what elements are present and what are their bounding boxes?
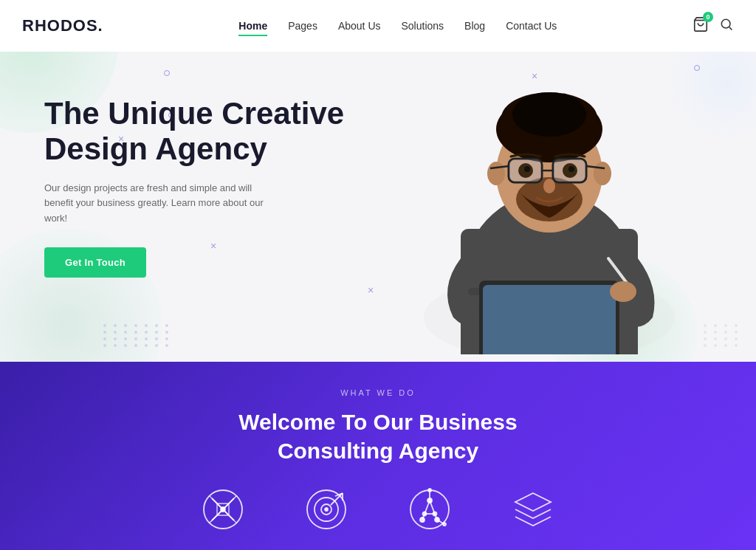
svg-point-23 xyxy=(524,166,530,172)
hero-section: × × × × The Unique Creative Design Agenc… xyxy=(0,0,756,362)
svg-line-2 xyxy=(729,27,732,30)
svg-marker-55 xyxy=(515,493,551,511)
brand-logo[interactable]: RHODOS. xyxy=(22,16,103,35)
svg-point-53 xyxy=(428,489,431,492)
layers-icon xyxy=(511,487,555,532)
section2-title: Welcome To Our BusinessConsulting Agency xyxy=(238,408,517,465)
typography-icon xyxy=(408,487,452,532)
svg-point-49 xyxy=(423,512,427,515)
service-design xyxy=(201,487,245,532)
svg-point-50 xyxy=(433,512,437,515)
person-svg xyxy=(416,37,682,354)
nav-item-blog[interactable]: Blog xyxy=(464,20,485,32)
nav-item-about[interactable]: About Us xyxy=(338,20,381,32)
design-icon xyxy=(201,487,245,532)
nav-item-contact[interactable]: Contact Us xyxy=(506,20,557,32)
target-icon xyxy=(304,487,348,532)
nav-item-solutions[interactable]: Solutions xyxy=(402,20,444,32)
svg-point-54 xyxy=(443,523,446,526)
circle-marker-1 xyxy=(164,70,170,76)
circle-marker-3 xyxy=(694,65,700,71)
nav-icons: 0 xyxy=(693,16,734,35)
search-icon xyxy=(719,17,734,32)
service-typography xyxy=(408,487,452,532)
services-section: WHAT WE DO Welcome To Our BusinessConsul… xyxy=(0,362,756,550)
cart-button[interactable]: 0 xyxy=(693,16,709,35)
header: RHODOS. Home Pages About Us Solutions Bl… xyxy=(0,0,756,52)
service-target xyxy=(304,487,348,532)
search-button[interactable] xyxy=(719,17,734,35)
cta-button[interactable]: Get In Touch xyxy=(44,247,146,278)
svg-point-1 xyxy=(721,19,730,28)
nav-item-home[interactable]: Home xyxy=(238,20,267,32)
svg-point-47 xyxy=(420,518,425,522)
hero-description: Our design projects are fresh and simple… xyxy=(44,181,266,227)
svg-point-25 xyxy=(543,179,555,193)
svg-point-24 xyxy=(568,166,574,172)
svg-point-43 xyxy=(325,508,328,511)
main-nav: Home Pages About Us Solutions Blog Conta… xyxy=(238,20,557,32)
hero-content: The Unique Creative Design Agency Our de… xyxy=(44,96,354,278)
brand-name: RHODOS. xyxy=(22,16,103,35)
dot-grid-right xyxy=(696,96,734,107)
hero-title: The Unique Creative Design Agency xyxy=(44,96,354,168)
dot-grid-bottomleft xyxy=(103,324,172,347)
dot-grid-bottomright xyxy=(704,324,741,347)
svg-point-12 xyxy=(487,162,505,185)
service-layers xyxy=(511,487,555,532)
x-marker-4: × xyxy=(368,284,374,296)
svg-point-31 xyxy=(610,281,636,302)
hero-person-image xyxy=(416,37,682,354)
svg-point-36 xyxy=(221,507,225,512)
svg-point-13 xyxy=(594,162,611,185)
section2-eyebrow: WHAT WE DO xyxy=(340,388,416,397)
services-row xyxy=(201,487,555,532)
cart-badge: 0 xyxy=(703,12,713,22)
nav-item-pages[interactable]: Pages xyxy=(288,20,317,32)
svg-rect-28 xyxy=(483,285,616,354)
